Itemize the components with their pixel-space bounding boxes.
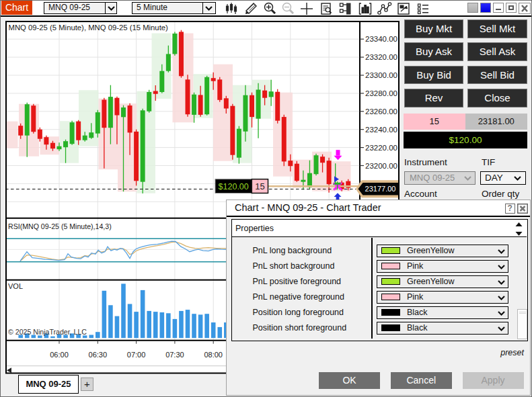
- svg-text:23340.00: 23340.00: [365, 35, 397, 43]
- svg-text:23240.00: 23240.00: [365, 126, 397, 134]
- svg-text:06:30: 06:30: [89, 351, 108, 359]
- svg-text:$120.00: $120.00: [219, 182, 249, 191]
- svg-text:RSI(MNQ 09-25 (5 Minute),14,3): RSI(MNQ 09-25 (5 Minute),14,3): [8, 222, 112, 230]
- svg-text:23177.00: 23177.00: [365, 185, 396, 193]
- svg-text:23300.00: 23300.00: [365, 71, 397, 79]
- svg-text:MNQ 09-25 (5 Minute), MNQ 09-2: MNQ 09-25 (5 Minute), MNQ 09-25 (15 Minu…: [9, 24, 169, 32]
- svg-text:VOL: VOL: [8, 282, 23, 290]
- svg-text:23320.00: 23320.00: [365, 53, 397, 61]
- svg-text:23260.00: 23260.00: [365, 107, 397, 116]
- svg-text:23200.00: 23200.00: [365, 162, 397, 170]
- svg-text:07:00: 07:00: [127, 351, 146, 359]
- svg-text:23220.00: 23220.00: [365, 144, 397, 152]
- svg-text:© 2025 NinjaTrader, LLC: © 2025 NinjaTrader, LLC: [8, 328, 87, 336]
- svg-text:08:00: 08:00: [204, 351, 223, 359]
- svg-text:07:30: 07:30: [165, 351, 184, 359]
- svg-text:23280.00: 23280.00: [365, 89, 397, 97]
- svg-text:06:00: 06:00: [50, 351, 69, 359]
- svg-text:15: 15: [255, 181, 264, 191]
